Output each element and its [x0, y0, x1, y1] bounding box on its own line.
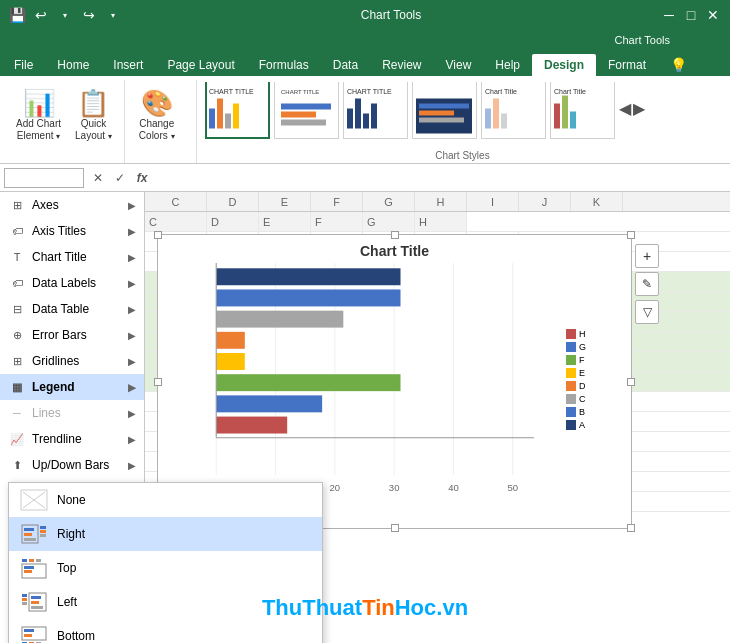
- tab-review[interactable]: Review: [370, 54, 433, 76]
- svg-text:CHART TITLE: CHART TITLE: [347, 88, 392, 95]
- data-table-arrow: ▶: [128, 304, 136, 315]
- col-header-f[interactable]: F: [311, 192, 363, 211]
- resize-handle-topright[interactable]: [627, 231, 635, 239]
- svg-rect-12: [371, 104, 377, 129]
- legend-b: B: [566, 407, 621, 417]
- confirm-formula-btn[interactable]: ✓: [110, 168, 130, 188]
- col-header-i[interactable]: I: [467, 192, 519, 211]
- redo-icon[interactable]: ↪: [80, 6, 98, 24]
- col-header-g[interactable]: G: [363, 192, 415, 211]
- tab-data[interactable]: Data: [321, 54, 370, 76]
- tab-lightbulb[interactable]: 💡: [658, 54, 699, 76]
- panel-item-chart-title[interactable]: T Chart Title ▶: [0, 244, 144, 270]
- quick-layout-button[interactable]: 📋 QuickLayout ▾: [69, 84, 118, 146]
- cell-h-header[interactable]: H: [415, 212, 467, 231]
- save-icon[interactable]: 💾: [8, 6, 26, 24]
- chart-elements-button[interactable]: +: [635, 244, 659, 268]
- gridlines-label: Gridlines: [32, 354, 79, 368]
- svg-rect-67: [31, 601, 39, 604]
- cell-d-header[interactable]: D: [207, 212, 259, 231]
- legend-bottom-option[interactable]: Bottom: [9, 619, 322, 643]
- change-colors-button[interactable]: 🎨 ChangeColors ▾: [133, 84, 181, 146]
- ribbon-tabs: File Home Insert Page Layout Formulas Da…: [0, 50, 730, 76]
- chart-styles-next[interactable]: ▶: [633, 99, 645, 118]
- chart-title-label: Chart Title: [32, 250, 87, 264]
- panel-item-data-table[interactable]: ⊟ Data Table ▶: [0, 296, 144, 322]
- gridlines-arrow: ▶: [128, 356, 136, 367]
- svg-rect-7: [281, 120, 326, 126]
- resize-handle-topleft[interactable]: [154, 231, 162, 239]
- customize-qat-icon[interactable]: ▾: [104, 6, 122, 24]
- close-icon[interactable]: ✕: [704, 6, 722, 24]
- trendline-arrow: ▶: [128, 434, 136, 445]
- resize-handle-bottom[interactable]: [391, 524, 399, 532]
- panel-item-axis-titles[interactable]: 🏷 Axis Titles ▶: [0, 218, 144, 244]
- tab-file[interactable]: File: [2, 54, 45, 76]
- tab-help[interactable]: Help: [483, 54, 532, 76]
- legend-right-icon: [19, 522, 49, 546]
- chart-styles-button[interactable]: ✎: [635, 272, 659, 296]
- tab-design[interactable]: Design: [532, 54, 596, 76]
- cell-g-header[interactable]: G: [363, 212, 415, 231]
- svg-rect-36: [216, 332, 245, 349]
- minimize-icon[interactable]: ─: [660, 6, 678, 24]
- chart-styles-label: Chart Styles: [199, 150, 726, 161]
- chart-style-6[interactable]: Chart Title: [550, 82, 615, 139]
- name-box[interactable]: [4, 168, 84, 188]
- panel-item-lines[interactable]: ─ Lines ▶: [0, 400, 144, 426]
- resize-handle-left[interactable]: [154, 378, 162, 386]
- cancel-formula-btn[interactable]: ✕: [88, 168, 108, 188]
- panel-item-error-bars[interactable]: ⊕ Error Bars ▶: [0, 322, 144, 348]
- chart-style-2[interactable]: CHART TITLE: [274, 82, 339, 139]
- maximize-icon[interactable]: □: [682, 6, 700, 24]
- col-header-h[interactable]: H: [415, 192, 467, 211]
- tab-page-layout[interactable]: Page Layout: [155, 54, 246, 76]
- formula-buttons: ✕ ✓ fx: [88, 168, 152, 188]
- cell-e-header[interactable]: E: [259, 212, 311, 231]
- resize-handle-right[interactable]: [627, 378, 635, 386]
- tab-format[interactable]: Format: [596, 54, 658, 76]
- add-chart-element-button[interactable]: 📊 Add ChartElement ▾: [10, 84, 67, 146]
- panel-item-updown-bars[interactable]: ⬆ Up/Down Bars ▶: [0, 452, 144, 478]
- axes-icon: ⊞: [8, 196, 26, 214]
- svg-rect-17: [419, 118, 464, 123]
- panel-item-legend[interactable]: ▦ Legend ▶: [0, 374, 144, 400]
- tab-view[interactable]: View: [434, 54, 484, 76]
- undo-icon[interactable]: ↩: [32, 6, 50, 24]
- resize-handle-bottomright[interactable]: [627, 524, 635, 532]
- legend-left-option[interactable]: Left: [9, 585, 322, 619]
- chart-style-3[interactable]: CHART TITLE: [343, 82, 408, 139]
- tab-home[interactable]: Home: [45, 54, 101, 76]
- legend-f: F: [566, 355, 621, 365]
- fx-btn[interactable]: fx: [132, 168, 152, 188]
- formula-input[interactable]: [156, 168, 726, 188]
- panel-item-axes[interactable]: ⊞ Axes ▶: [0, 192, 144, 218]
- cell-f-header[interactable]: F: [311, 212, 363, 231]
- undo-dropdown-icon[interactable]: ▾: [56, 6, 74, 24]
- resize-handle-top[interactable]: [391, 231, 399, 239]
- legend-top-option[interactable]: Top: [9, 551, 322, 585]
- chart-style-4[interactable]: CHART TITLE: [412, 82, 477, 139]
- add-chart-element-group: 📊 Add ChartElement ▾ 📋 QuickLayout ▾: [4, 80, 125, 163]
- col-header-j[interactable]: J: [519, 192, 571, 211]
- panel-item-data-labels[interactable]: 🏷 Data Labels ▶: [0, 270, 144, 296]
- col-header-k[interactable]: K: [571, 192, 623, 211]
- panel-item-gridlines[interactable]: ⊞ Gridlines ▶: [0, 348, 144, 374]
- chart-styles-prev[interactable]: ◀: [619, 99, 631, 118]
- legend-label: Legend: [32, 380, 75, 394]
- tab-insert[interactable]: Insert: [101, 54, 155, 76]
- panel-item-trendline[interactable]: 📈 Trendline ▶: [0, 426, 144, 452]
- legend-right-option[interactable]: Right: [9, 517, 322, 551]
- col-header-c[interactable]: C: [145, 192, 207, 211]
- tab-formulas[interactable]: Formulas: [247, 54, 321, 76]
- legend-none-icon: [19, 488, 49, 512]
- main-area: ⊞ Axes ▶ 🏷 Axis Titles ▶ T Chart Title ▶…: [0, 192, 730, 643]
- svg-text:20: 20: [330, 482, 341, 493]
- col-header-e[interactable]: E: [259, 192, 311, 211]
- chart-style-5[interactable]: Chart Title: [481, 82, 546, 139]
- col-header-d[interactable]: D: [207, 192, 259, 211]
- legend-none-option[interactable]: None: [9, 483, 322, 517]
- chart-filters-button[interactable]: ▽: [635, 300, 659, 324]
- chart-style-1[interactable]: CHART TITLE: [205, 82, 270, 139]
- gridlines-icon: ⊞: [8, 352, 26, 370]
